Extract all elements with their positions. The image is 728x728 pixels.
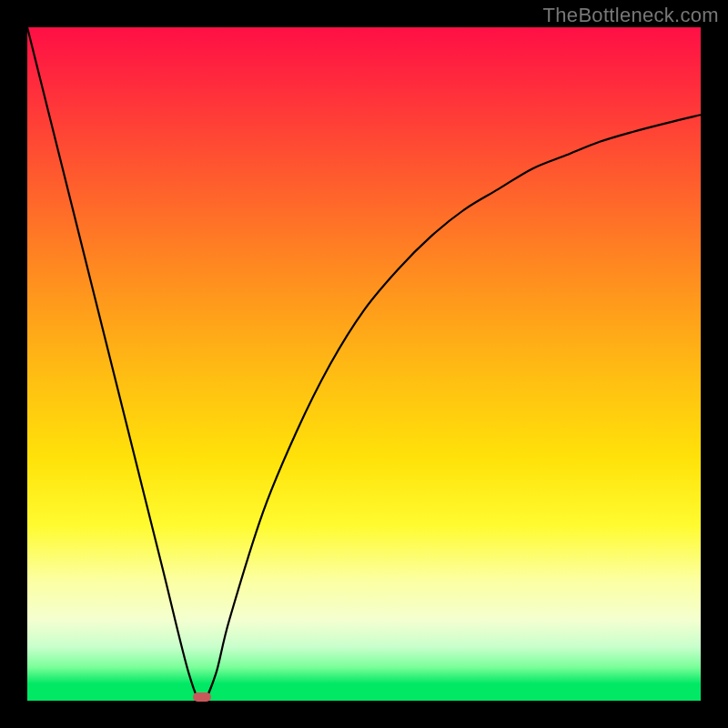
plot-area [27,27,701,701]
credit-watermark: TheBottleneck.com [543,4,719,27]
chart-frame: TheBottleneck.com [0,0,728,728]
minimum-marker [193,693,211,702]
curve-svg [27,27,701,701]
bottleneck-curve [27,27,701,701]
